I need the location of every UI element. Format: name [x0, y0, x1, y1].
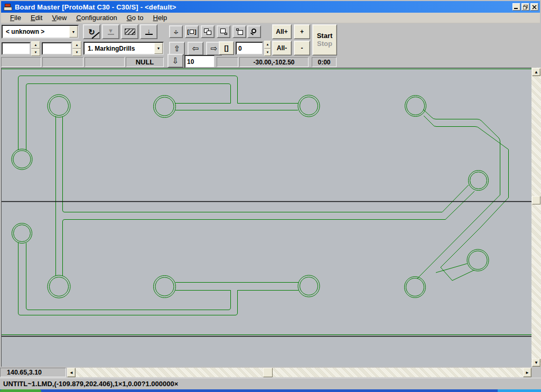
scroll-up-button[interactable] — [532, 68, 540, 76]
vertical-scroll-thumb[interactable] — [532, 196, 540, 204]
all-minus-button[interactable]: All- — [272, 41, 292, 55]
menu-goto[interactable]: Go to — [122, 13, 148, 23]
chevron-down-icon[interactable] — [69, 26, 78, 38]
spin-down-icon[interactable] — [72, 49, 81, 56]
app-icon — [4, 3, 12, 11]
spin-up-icon[interactable] — [72, 41, 81, 49]
scroll-down-button[interactable] — [532, 359, 540, 367]
send-to-back-button[interactable] — [217, 25, 230, 38]
title-bar: Board Master [ProtoMat C30 - C30/S] - <d… — [1, 1, 540, 13]
stop-label: Stop — [317, 40, 332, 48]
head-down-icon: ▼ — [108, 29, 114, 35]
tool-exchange-button[interactable]: ↓ — [140, 24, 157, 39]
start-button[interactable] — [0, 389, 41, 392]
move-mode-button[interactable]: ↔↕ — [169, 25, 183, 38]
menu-configuration[interactable]: Configuration — [71, 13, 122, 23]
horizontal-scroll-track[interactable] — [76, 368, 523, 377]
plus-button[interactable]: + — [294, 24, 310, 39]
select-rect-icon: [] — [187, 29, 196, 35]
chevron-down-icon[interactable] — [154, 43, 163, 54]
window-title: Board Master [ProtoMat C30 - C30/S] - <d… — [15, 3, 176, 11]
head-coordinates-panel: -30.00,-102.50 — [239, 57, 309, 67]
minus-button[interactable]: - — [294, 41, 310, 55]
start-stop-button[interactable]: Start Stop — [312, 24, 337, 55]
spindle-motor-button[interactable]: ↻ — [83, 24, 100, 39]
bring-to-front-button[interactable] — [232, 25, 246, 38]
step-field[interactable] — [184, 55, 215, 68]
move-left-button[interactable]: ⇦ — [188, 42, 203, 55]
restore-button[interactable] — [521, 3, 529, 11]
status-bar: UNTITL~1.LMD,(-109.879,202.406),1×1,0.00… — [0, 378, 541, 389]
status-panel-1 — [1, 57, 41, 67]
head-down-button[interactable]: ▼ — [102, 24, 119, 39]
y-position-field[interactable] — [42, 42, 72, 55]
scroll-left-button[interactable] — [67, 368, 76, 377]
vertical-scrollbar[interactable] — [531, 68, 541, 367]
all-plus-button[interactable]: All+ — [272, 24, 292, 39]
file-info-text: UNTITL~1.LMD,(-109.879,202.406),1×1,0.00… — [0, 380, 178, 388]
time-panel: 0:00 — [312, 57, 337, 67]
page-back-icon — [220, 29, 227, 35]
spin-down-icon[interactable] — [264, 49, 271, 57]
tool-status-panel: NULL — [126, 57, 164, 67]
pcb-canvas[interactable] — [1, 68, 531, 367]
tool-combo[interactable]: < unknown > — [2, 25, 79, 39]
close-icon — [532, 5, 537, 10]
menu-view[interactable]: View — [47, 13, 71, 23]
count-field[interactable] — [236, 42, 263, 55]
y-position-spinner[interactable] — [72, 41, 81, 56]
restore-icon — [523, 5, 528, 10]
tool-combo-value: < unknown > — [3, 28, 69, 35]
status-panel-4 — [217, 57, 238, 67]
bottom-scroll-row: 140.65,3.10 — [0, 367, 541, 378]
hatch-area-icon — [125, 29, 135, 35]
menu-file[interactable]: File — [5, 13, 26, 23]
move-down-button[interactable]: ⇩ — [167, 54, 183, 68]
status-panel-3 — [85, 57, 125, 67]
status-panel-2 — [42, 57, 83, 67]
zoom-button[interactable] — [247, 25, 261, 38]
spin-up-icon[interactable] — [31, 41, 40, 49]
count-spinner[interactable] — [264, 41, 271, 56]
board-master-window: Board Master [ProtoMat C30 - C30/S] - <d… — [0, 0, 541, 392]
overlap-rects-icon — [204, 29, 211, 35]
minimize-button[interactable] — [512, 3, 520, 11]
spin-up-icon[interactable] — [264, 41, 271, 49]
minimize-icon — [514, 5, 519, 10]
scroll-right-button[interactable] — [523, 368, 531, 377]
menu-edit[interactable]: Edit — [26, 13, 47, 23]
magnifier-icon — [250, 28, 258, 35]
taskbar — [0, 389, 541, 392]
pcb-artwork — [2, 68, 532, 367]
start-label: Start — [317, 32, 333, 40]
phase-combo[interactable]: 1. MarkingDrills — [83, 42, 164, 55]
select-area-button[interactable]: [] — [185, 25, 199, 38]
duplicate-button[interactable] — [201, 25, 214, 38]
x-position-field[interactable] — [2, 42, 31, 55]
x-position-spinner[interactable] — [31, 41, 40, 56]
move-cross-icon: ↔↕ — [172, 27, 180, 36]
horizontal-scroll-thumb[interactable] — [263, 368, 273, 377]
page-front-icon — [236, 29, 243, 35]
tool-to-plate-icon: ↓ — [145, 29, 153, 35]
spin-down-icon[interactable] — [31, 49, 40, 56]
brackets-button[interactable]: [] — [219, 41, 234, 55]
phase-combo-value: 1. MarkingDrills — [85, 45, 154, 52]
close-button[interactable] — [530, 3, 538, 11]
rotate-slash-icon: ↻ — [88, 28, 95, 36]
taskbar-tray-fragment — [498, 389, 541, 392]
cursor-position-panel: 140.65,3.10 — [0, 368, 66, 377]
mill-area-button[interactable] — [121, 24, 138, 39]
menu-bar: File Edit View Configuration Go to Help — [1, 13, 540, 23]
menu-help[interactable]: Help — [148, 13, 172, 23]
